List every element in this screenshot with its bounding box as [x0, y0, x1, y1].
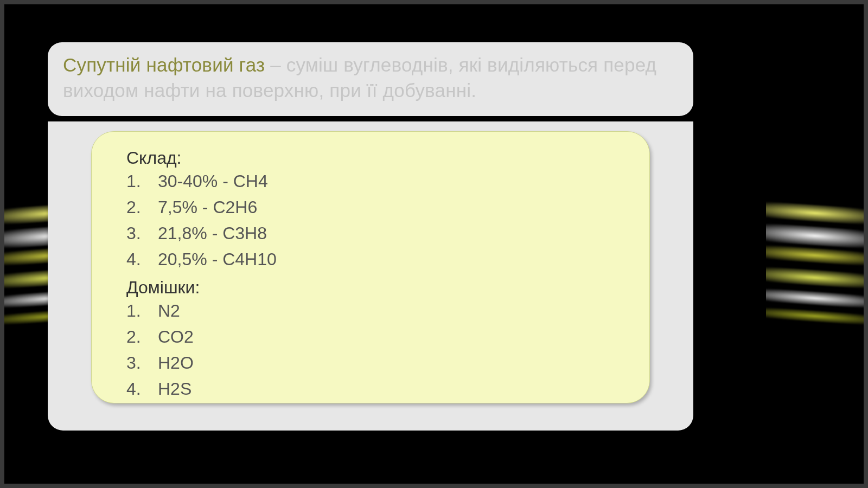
list-item: H2O	[126, 350, 623, 376]
body-card: Склад: 30-40% - СН4 7,5% - С2Н6 21,8% - …	[48, 121, 693, 431]
list-item: 21,8% - С3Н8	[126, 220, 623, 246]
title-separator: –	[270, 54, 286, 75]
list-item: 7,5% - С2Н6	[126, 194, 623, 220]
slide: Супутній нафтовий газ – суміш вуглеводні…	[4, 4, 864, 484]
section-label-impurities: Домішки:	[126, 278, 623, 298]
title-term: Супутній нафтовий газ	[63, 54, 270, 75]
composition-list: 30-40% - СН4 7,5% - С2Н6 21,8% - С3Н8 20…	[126, 168, 623, 272]
list-item: CO2	[126, 324, 623, 350]
section-label-composition: Склад:	[126, 148, 623, 168]
decorative-glow-right	[766, 189, 864, 341]
list-item: 20,5% - С4Н10	[126, 246, 623, 272]
title-card: Супутній нафтовий газ – суміш вуглеводні…	[48, 42, 693, 116]
impurities-list: N2 CO2 H2O H2S	[126, 298, 623, 402]
list-item: N2	[126, 298, 623, 324]
list-item: 30-40% - СН4	[126, 168, 623, 194]
content-card: Склад: 30-40% - СН4 7,5% - С2Н6 21,8% - …	[91, 131, 650, 403]
list-item: H2S	[126, 376, 623, 402]
title-text: Супутній нафтовий газ – суміш вуглеводні…	[63, 52, 678, 104]
